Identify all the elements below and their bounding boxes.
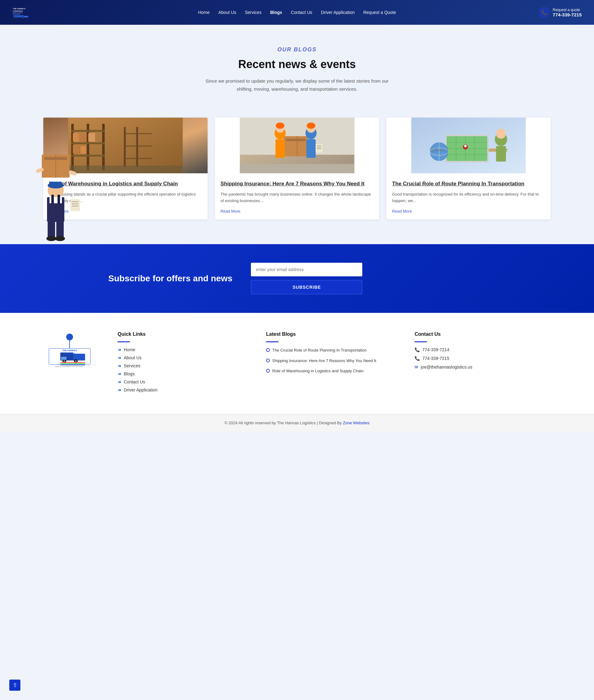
blog-card-3-read-more[interactable]: Read More [392,209,412,214]
blogs-section-desc: Since we promised to update you regularl… [201,77,393,93]
main-nav: Home About Us Services Blogs Contact Us … [195,8,399,17]
footer-link-about[interactable]: ➜ About Us [118,355,254,360]
svg-text:ARE DELIVERED: ARE DELIVERED [13,13,21,15]
blog-card-3-body: The Crucial Role of Route Planning In Tr… [387,173,551,219]
blog-card-2: Shipping Insurance: Here Are 7 Reasons W… [215,118,379,219]
footer-blog-1[interactable]: The Crucial Role of Route Planning In Tr… [266,347,402,353]
footer-blog-2[interactable]: Shipping Insurance: Here Are 7 Reasons W… [266,358,402,364]
footer-quick-links: Quick Links ➜ Home ➜ About Us ➜ Services… [118,331,254,392]
svg-text:THE HANNA'S: THE HANNA'S [13,8,26,9]
nav-request-quote[interactable]: Request a Quote [360,8,399,17]
footer-quick-links-title: Quick Links [118,331,254,337]
footer-blog-3[interactable]: Role of Warehousing in Logistics and Sup… [266,368,402,374]
svg-point-86 [67,334,73,340]
svg-rect-23 [124,127,126,167]
arrow-icon-contact: ➜ [118,379,121,384]
blog-card-1-body: Role of Warehousing in Logistics and Sup… [43,173,207,219]
subscribe-form: SUBSCRIBE [251,263,362,294]
svg-point-59 [464,145,467,147]
subscribe-email-input[interactable] [251,263,362,276]
footer-email[interactable]: ✉ joe@thehannaslogistics.us [415,364,551,370]
footer-contact: Contact Us 📞 774-339-7214 📞 774-339-7215… [415,331,551,392]
svg-rect-95 [61,357,67,360]
svg-point-7 [15,17,16,18]
footer-grid: THE HANNA'S LOGISTICS WHERE YOUR NEEDS A… [43,331,551,392]
logo[interactable]: THE HANNA'S LOGISTICS WHERE YOUR NEEDS A… [12,6,56,19]
footer-phone-2[interactable]: 📞 774-339-7215 [415,356,551,361]
blog-card-1-read-more[interactable]: Read More [49,209,69,214]
footer-link-home[interactable]: ➜ Home [118,347,254,352]
phone-icon-2: 📞 [415,356,420,361]
svg-rect-28 [68,165,183,173]
nav-contact[interactable]: Contact Us [288,8,315,17]
nav-blogs[interactable]: Blogs [267,8,285,17]
footer-phone-2-value: 774-339-7215 [422,356,449,361]
footer-link-contact-anchor[interactable]: Contact Us [124,379,145,384]
svg-rect-42 [316,144,322,153]
footer-link-services-anchor[interactable]: Services [124,363,140,368]
footer-link-services[interactable]: ➜ Services [118,363,254,368]
svg-rect-5 [24,16,29,17]
footer-link-home-anchor[interactable]: Home [124,347,135,352]
blog-card-1-title[interactable]: Role of Warehousing in Logistics and Sup… [49,180,202,188]
svg-point-81 [55,236,65,241]
footer-email-value: joe@thehannaslogistics.us [421,364,472,370]
phone-icon: 📞 [539,7,550,18]
blog-dot-1 [266,348,270,352]
svg-point-80 [46,236,56,241]
svg-text:THE HANNA'S: THE HANNA'S [62,349,77,352]
footer-link-blogs-anchor[interactable]: Blogs [124,371,135,376]
site-header: THE HANNA'S LOGISTICS WHERE YOUR NEEDS A… [0,0,594,25]
footer-latest-blogs-title: Latest Blogs [266,331,402,337]
blogs-section-title: Recent news & events [6,58,588,71]
blog-card-2-read-more[interactable]: Read More [221,209,240,214]
svg-rect-27 [124,158,152,159]
footer-blogs-list: The Crucial Role of Route Planning In Tr… [266,347,402,374]
blog-cards-section: Role of Warehousing in Logistics and Sup… [0,105,594,244]
svg-text:LOGISTICS: LOGISTICS [13,10,23,12]
blog-card-2-title[interactable]: Shipping Insurance: Here Are 7 Reasons W… [221,180,374,188]
request-quote-label: Request a quote [553,8,582,12]
subscribe-heading: Subscribe for offers and news [108,273,232,284]
svg-rect-39 [306,139,316,158]
nav-home[interactable]: Home [195,8,213,17]
footer-phone-1-value: 774-339-7214 [422,347,449,352]
blog-card-1-excerpt: Warehousing stands as a crucial pillar s… [49,191,202,204]
footer-bottom: © 2024 All rights reserved by The Hannas… [0,414,594,432]
footer-logo: THE HANNA'S LOGISTICS WHERE YOUR NEEDS A… [43,331,105,392]
footer-blog-1-title: The Crucial Role of Route Planning In Tr… [272,347,367,353]
svg-point-9 [23,17,24,18]
nav-services[interactable]: Services [242,8,265,17]
svg-rect-18 [73,133,79,142]
phone-icon-1: 📞 [415,347,420,352]
footer-link-contact[interactable]: ➜ Contact Us [118,379,254,384]
subscribe-section: Subscribe for offers and news SUBSCRIBE [0,244,594,313]
footer-link-blogs[interactable]: ➜ Blogs [118,371,254,376]
footer-link-driver[interactable]: ➜ Driver Application [118,387,254,392]
nav-driver-application[interactable]: Driver Application [318,8,358,17]
blog-dot-3 [266,369,270,373]
blog-card-3-title[interactable]: The Crucial Role of Route Planning In Tr… [392,180,545,188]
svg-point-94 [75,360,77,362]
svg-rect-25 [124,133,152,134]
svg-rect-78 [47,221,55,238]
svg-rect-35 [275,139,285,158]
svg-rect-15 [71,130,105,132]
header-contact: 📞 Request a quote 774-339-7215 [539,7,582,18]
nav-about[interactable]: About Us [215,8,239,17]
site-footer: THE HANNA'S LOGISTICS WHERE YOUR NEEDS A… [0,313,594,414]
arrow-icon-driver: ➜ [118,387,121,392]
subscribe-button[interactable]: SUBSCRIBE [251,280,362,294]
footer-divider-3 [415,341,427,342]
blog-cards-grid: Role of Warehousing in Logistics and Sup… [43,118,551,219]
zone-websites-link[interactable]: Zone Websites [343,420,369,425]
footer-phone-1[interactable]: 📞 774-339-7214 [415,347,551,352]
blog-card-2-body: Shipping Insurance: Here Are 7 Reasons W… [215,173,379,219]
arrow-icon-blogs: ➜ [118,371,121,376]
svg-rect-26 [124,146,152,147]
header-phone[interactable]: 774-339-7215 [553,12,582,17]
footer-link-about-anchor[interactable]: About Us [124,355,142,360]
svg-rect-24 [136,127,138,167]
footer-link-driver-anchor[interactable]: Driver Application [124,387,158,392]
svg-rect-22 [80,146,86,154]
